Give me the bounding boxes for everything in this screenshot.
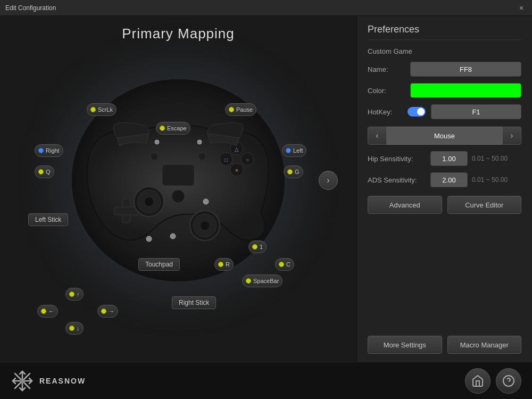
bottom-buttons [465, 368, 521, 394]
left-stick-label[interactable]: Left Stick [28, 213, 68, 226]
map-btn-1[interactable]: 1 [248, 240, 267, 253]
more-settings-button[interactable]: More Settings [368, 336, 442, 354]
name-label: Name: [368, 65, 405, 73]
ads-range: 0.01 ~ 50.00 [472, 176, 508, 184]
svg-point-23 [170, 234, 176, 239]
svg-point-18 [198, 153, 206, 160]
ads-sensitivity-row: ADS Sensitivity: 0.01 ~ 50.00 [368, 172, 521, 187]
color-swatch[interactable] [410, 83, 521, 98]
map-btn-c[interactable]: C [275, 258, 294, 271]
dot-right2 [101, 309, 106, 314]
main-layout: Primary Mapping [0, 16, 532, 362]
home-button[interactable] [465, 368, 491, 394]
svg-point-37 [20, 379, 24, 383]
help-button[interactable] [496, 368, 521, 394]
map-btn-r[interactable]: R [214, 258, 234, 271]
dot-up [69, 292, 74, 297]
map-btn-left[interactable]: Left [282, 144, 306, 157]
dot-g [287, 169, 293, 174]
dot-1 [252, 244, 257, 250]
hip-label: Hip Sensitivity: [368, 155, 426, 163]
logo-text: REASNOW [39, 377, 86, 385]
map-btn-q[interactable]: Q [35, 165, 54, 178]
window-title: Edit Configuration [5, 4, 56, 12]
spacer [368, 220, 521, 327]
hotkey-row: HotKey: [368, 104, 521, 119]
dot-spacebar [246, 278, 251, 284]
close-button[interactable]: × [516, 3, 527, 13]
map-btn-up[interactable]: ↑ [65, 288, 84, 301]
map-btn-escape[interactable]: Escape [156, 122, 190, 135]
svg-point-4 [145, 197, 153, 206]
svg-point-17 [151, 153, 158, 160]
svg-point-24 [203, 199, 209, 204]
settings-row: More Settings Macro Manager [368, 336, 521, 354]
titlebar: Edit Configuration × [0, 0, 532, 16]
mouse-next-button[interactable]: › [502, 127, 521, 145]
page-title: Primary Mapping [122, 26, 235, 42]
hotkey-label: HotKey: [368, 108, 402, 116]
mouse-prev-button[interactable]: ‹ [368, 127, 387, 145]
next-page-button[interactable]: › [319, 171, 338, 190]
svg-text:×: × [235, 167, 238, 173]
logo-area: REASNOW [11, 369, 86, 393]
right-stick-label[interactable]: Right Stick [172, 296, 216, 309]
name-input[interactable] [410, 62, 521, 77]
advanced-row: Advanced Curve Editor [368, 196, 521, 214]
svg-text:△: △ [235, 146, 239, 152]
svg-rect-1 [114, 207, 138, 215]
map-btn-spacebar[interactable]: SpaceBar [242, 275, 282, 287]
logo-icon [11, 369, 34, 393]
dot-scrlk [90, 107, 96, 112]
dot-left2 [41, 309, 46, 314]
hip-range: 0.01 ~ 50.00 [472, 155, 508, 162]
dot-q [38, 169, 44, 174]
svg-text:□: □ [225, 157, 228, 163]
hotkey-toggle[interactable] [408, 107, 426, 117]
svg-rect-16 [162, 164, 194, 186]
dot-right [38, 148, 44, 153]
map-btn-right[interactable]: Right [35, 144, 63, 157]
advanced-button[interactable]: Advanced [368, 196, 442, 214]
name-row: Name: [368, 62, 521, 77]
controller-image: × ○ □ △ [80, 95, 277, 265]
preferences-title: Preferences [368, 24, 521, 40]
dot-pause [229, 107, 234, 112]
dot-left [286, 148, 291, 153]
hotkey-input[interactable] [431, 104, 521, 119]
svg-point-20 [197, 140, 202, 144]
svg-text:○: ○ [246, 157, 249, 163]
controller-area: × ○ □ △ [8, 47, 348, 313]
svg-point-7 [201, 221, 209, 230]
dot-escape [160, 126, 165, 131]
preferences-panel: Preferences Custom Game Name: Color: Hot… [356, 16, 532, 362]
svg-point-22 [146, 236, 152, 242]
ads-label: ADS Sensitivity: [368, 176, 426, 184]
color-label: Color: [368, 87, 405, 95]
custom-game-label: Custom Game [368, 47, 521, 55]
dot-c [279, 262, 284, 267]
map-btn-right2[interactable]: → [97, 305, 118, 318]
svg-point-21 [155, 140, 159, 144]
mouse-label: Mouse [387, 127, 502, 145]
map-btn-down[interactable]: ↓ [65, 322, 84, 335]
mouse-selector-row: ‹ Mouse › [368, 127, 521, 145]
svg-point-19 [172, 190, 185, 203]
dot-down [69, 326, 74, 331]
touchpad-label[interactable]: Touchpad [138, 258, 180, 271]
map-btn-scrlk[interactable]: ScrLk [87, 103, 117, 116]
color-row: Color: [368, 83, 521, 98]
bottom-bar: REASNOW [0, 362, 532, 399]
curve-editor-button[interactable]: Curve Editor [447, 196, 522, 214]
map-btn-left2[interactable]: ← [37, 305, 58, 318]
hip-input[interactable] [430, 151, 468, 166]
ads-input[interactable] [430, 172, 468, 187]
map-btn-pause[interactable]: Pause [225, 103, 256, 116]
macro-manager-button[interactable]: Macro Manager [447, 336, 522, 354]
hip-sensitivity-row: Hip Sensitivity: 0.01 ~ 50.00 [368, 151, 521, 166]
dot-r [218, 262, 223, 267]
left-panel: Primary Mapping [0, 16, 356, 362]
map-btn-g[interactable]: G [284, 165, 303, 178]
